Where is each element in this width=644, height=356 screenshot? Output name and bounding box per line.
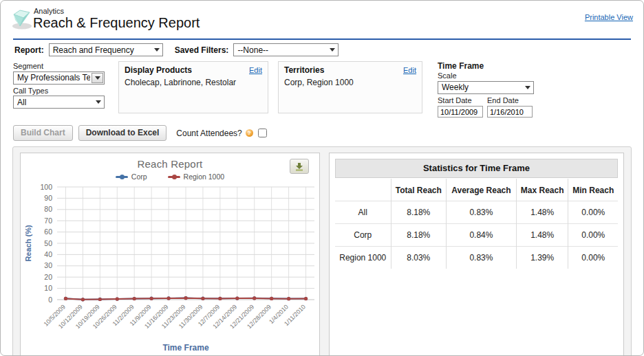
legend-label: Corp: [131, 173, 147, 181]
series-marker-icon: [168, 175, 180, 179]
stats-column-header: Total Reach: [391, 179, 447, 201]
printable-view-link[interactable]: Printable View: [585, 13, 633, 21]
svg-text:10: 10: [44, 284, 52, 292]
scale-label: Scale: [438, 71, 534, 80]
build-chart-button[interactable]: Build Chart: [13, 125, 73, 141]
series-marker-icon: [116, 175, 128, 179]
legend-label: Region 1000: [184, 173, 225, 181]
chevron-down-icon: [525, 86, 530, 89]
call-types-label: Call Types: [13, 87, 105, 95]
chart-title: Reach Report: [21, 158, 319, 170]
count-attendees-checkbox[interactable]: [258, 129, 267, 137]
svg-text:100: 100: [40, 183, 52, 191]
stats-column-header: Max Reach: [516, 179, 568, 201]
download-icon: [294, 162, 304, 171]
stats-row: Corp8.18%0.84%1.48%0.00%: [335, 224, 618, 247]
call-types-select-value: All: [17, 98, 26, 107]
stats-cell: 0.84%: [447, 224, 517, 247]
stats-cell: 1.39%: [516, 247, 568, 269]
territories-title: Territories: [284, 65, 324, 75]
stats-cell: 1.48%: [516, 224, 568, 247]
gem-icon: [8, 7, 34, 30]
stats-cell: 0.83%: [447, 247, 517, 269]
time-frame-group: Time Frame Scale Weekly Start Date End D…: [438, 61, 534, 118]
stats-row: All8.18%0.83%1.48%0.00%: [335, 201, 618, 224]
chevron-down-icon: [92, 73, 103, 83]
filters-left-column: Segment My Professionals Tele L Call Typ…: [13, 61, 105, 109]
svg-text:Reach (%): Reach (%): [24, 225, 32, 262]
date-range: Start Date End Date: [438, 96, 534, 118]
svg-text:20: 20: [44, 273, 52, 281]
page-title: Reach & Frequency Report: [33, 15, 200, 31]
stats-column-header: Min Reach: [568, 179, 618, 201]
stats-row-label: All: [335, 201, 391, 224]
reach-chart-panel: Reach Report CorpRegion 1000 01020304050…: [20, 153, 320, 356]
stats-cell: 8.18%: [391, 224, 447, 247]
report-label: Report:: [14, 45, 44, 55]
display-products-edit-link[interactable]: Edit: [249, 66, 262, 74]
segment-label: Segment: [13, 62, 105, 70]
svg-text:60: 60: [44, 227, 52, 236]
svg-text:40: 40: [44, 250, 52, 258]
stats-column-header: [335, 179, 391, 201]
display-products-value: Cholecap, Labrinone, Restolar: [125, 78, 262, 87]
stats-cell: 0.00%: [568, 201, 618, 224]
stats-column-header: Average Reach: [447, 179, 517, 201]
statistics-table: Total ReachAverage ReachMax ReachMin Rea…: [335, 179, 618, 269]
saved-filters-select-value: --None--: [237, 45, 268, 55]
help-icon[interactable]: ?: [246, 129, 253, 137]
stats-row-label: Corp: [335, 224, 391, 247]
report-bar: Report: Reach and Frequency Saved Filter…: [13, 38, 631, 59]
scale-select[interactable]: Weekly: [438, 81, 534, 94]
stats-row: Region 10008.03%0.83%1.39%0.00%: [335, 247, 618, 269]
reach-chart: 010203040506070809010010/5/200910/12/200…: [23, 181, 319, 355]
svg-text:90: 90: [44, 194, 52, 202]
report-select[interactable]: Reach and Frequency: [49, 43, 163, 56]
actions-bar: Build Chart Download to Excel Count Atte…: [13, 125, 631, 141]
svg-text:30: 30: [44, 261, 52, 269]
stats-cell: 8.03%: [391, 247, 447, 269]
header: Analytics Reach & Frequency Report Print…: [1, 1, 643, 38]
report-select-value: Reach and Frequency: [53, 45, 134, 55]
stats-cell: 0.00%: [568, 224, 618, 247]
chart-legend: CorpRegion 1000: [21, 172, 319, 181]
legend-item[interactable]: Region 1000: [168, 172, 225, 181]
analytics-page: Analytics Reach & Frequency Report Print…: [0, 0, 644, 356]
svg-text:70: 70: [44, 216, 52, 225]
start-date-label: Start Date: [438, 96, 483, 104]
stats-cell: 0.00%: [568, 247, 618, 269]
stats-cell: 8.18%: [391, 201, 447, 224]
statistics-header-row: Total ReachAverage ReachMax ReachMin Rea…: [335, 179, 618, 201]
svg-text:50: 50: [44, 239, 52, 247]
download-to-excel-button[interactable]: Download to Excel: [78, 125, 167, 141]
count-attendees-label: Count Attendees?: [176, 129, 242, 138]
stats-cell: 1.48%: [516, 201, 568, 224]
chevron-down-icon: [96, 100, 101, 104]
stats-cell: 0.83%: [447, 201, 517, 224]
app-label: Analytics: [34, 7, 64, 15]
end-date-input[interactable]: [487, 106, 533, 118]
statistics-panel: Statistics for Time Frame Total ReachAve…: [329, 153, 624, 356]
stats-row-label: Region 1000: [335, 247, 391, 269]
svg-text:Time Frame: Time Frame: [162, 343, 208, 353]
call-types-select[interactable]: All: [13, 96, 105, 109]
territories-edit-link[interactable]: Edit: [403, 66, 416, 74]
territories-value: Corp, Region 1000: [284, 78, 416, 87]
display-products-panel: Display Products Edit Cholecap, Labrinon…: [118, 61, 268, 113]
territories-header: Territories Edit: [284, 65, 416, 75]
time-frame-title: Time Frame: [438, 61, 534, 71]
legend-item[interactable]: Corp: [116, 172, 147, 181]
saved-filters-label: Saved Filters:: [175, 45, 229, 55]
end-date-label: End Date: [487, 96, 533, 104]
svg-text:80: 80: [44, 205, 52, 213]
svg-text:0: 0: [48, 296, 52, 304]
start-date-input[interactable]: [438, 106, 483, 118]
filters-section: Segment My Professionals Tele L Call Typ…: [13, 61, 631, 118]
saved-filters-select[interactable]: --None--: [233, 43, 339, 56]
segment-select[interactable]: My Professionals Tele L: [13, 71, 105, 85]
chevron-down-icon: [154, 48, 160, 52]
download-chart-button[interactable]: [290, 159, 309, 174]
territories-panel: Territories Edit Corp, Region 1000: [278, 61, 422, 113]
main-content: Reach Report CorpRegion 1000 01020304050…: [12, 146, 632, 356]
display-products-header: Display Products Edit: [125, 65, 262, 75]
